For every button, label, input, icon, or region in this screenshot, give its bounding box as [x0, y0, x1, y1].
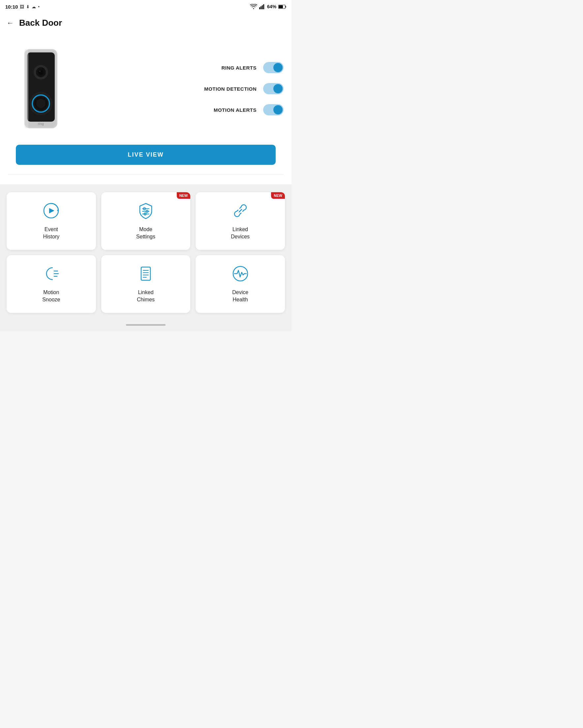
svg-rect-1: [260, 6, 261, 9]
svg-rect-3: [263, 4, 264, 9]
svg-point-14: [39, 71, 41, 72]
linked-chimes-icon: [137, 265, 154, 284]
dot-icon: •: [38, 4, 40, 9]
status-bar: 10:10 🖼 ⬇ ☁ • 64%: [0, 0, 292, 13]
motion-snooze-icon: [43, 265, 60, 284]
linked-chimes-card[interactable]: LinkedChimes: [101, 255, 191, 313]
toggle-section: RING ALERTS MOTION DETECTION MOTION ALER…: [74, 62, 284, 115]
event-history-label: EventHistory: [43, 226, 59, 241]
linked-devices-icon: [232, 202, 249, 220]
page-title: Back Door: [19, 18, 62, 28]
device-image: ring: [8, 43, 74, 135]
battery-percent: 64%: [267, 4, 276, 9]
feature-grid: EventHistory NEW ModeSettings: [7, 192, 285, 313]
svg-point-13: [38, 70, 44, 75]
ring-alerts-toggle[interactable]: [263, 62, 284, 73]
motion-detection-label: MOTION DETECTION: [204, 86, 257, 92]
back-button[interactable]: ←: [7, 19, 14, 27]
mode-settings-label: ModeSettings: [136, 226, 155, 241]
svg-rect-0: [259, 7, 260, 9]
mode-settings-new-badge: NEW: [177, 192, 191, 199]
device-health-card[interactable]: DeviceHealth: [196, 255, 285, 313]
mode-settings-card[interactable]: NEW ModeSettings: [101, 192, 191, 250]
linked-devices-label: LinkedDevices: [231, 226, 250, 241]
svg-text:ring: ring: [38, 122, 44, 126]
doorbell-illustration: ring: [15, 43, 67, 135]
motion-alerts-label: MOTION ALERTS: [214, 107, 257, 113]
event-history-icon: [43, 202, 60, 220]
wifi-icon: [250, 4, 257, 9]
motion-detection-row: MOTION DETECTION: [94, 83, 284, 94]
home-indicator: [126, 324, 166, 326]
motion-alerts-toggle[interactable]: [263, 104, 284, 115]
download-icon: ⬇: [26, 4, 30, 9]
svg-rect-7: [279, 5, 283, 8]
motion-detection-thumb: [273, 84, 283, 93]
motion-alerts-row: MOTION ALERTS: [94, 104, 284, 115]
linked-chimes-label: LinkedChimes: [137, 289, 155, 304]
svg-rect-4: [264, 4, 265, 9]
cloud-icon: ☁: [32, 4, 36, 9]
signal-icon: [259, 4, 265, 9]
mode-settings-icon: [137, 202, 154, 220]
status-right: 64%: [250, 4, 286, 9]
ring-alerts-row: RING ALERTS: [94, 62, 284, 73]
motion-alerts-thumb: [273, 105, 283, 114]
photo-icon: 🖼: [20, 4, 24, 9]
svg-point-19: [36, 99, 46, 108]
svg-rect-6: [285, 6, 286, 7]
ring-alerts-label: RING ALERTS: [221, 65, 257, 71]
motion-snooze-card[interactable]: MotionSnooze: [7, 255, 96, 313]
linked-devices-card[interactable]: NEW LinkedDevices: [196, 192, 285, 250]
svg-rect-21: [24, 49, 28, 128]
svg-rect-32: [141, 267, 150, 280]
linked-devices-new-badge: NEW: [271, 192, 285, 199]
device-health-icon: [232, 265, 249, 284]
ring-alerts-thumb: [273, 63, 283, 72]
main-content: ring RING ALERTS MOTION DETECTION: [0, 33, 292, 184]
divider: [8, 174, 284, 175]
motion-snooze-label: MotionSnooze: [42, 289, 60, 304]
bottom-bar: [0, 321, 292, 331]
battery-icon: [278, 5, 286, 9]
device-health-label: DeviceHealth: [232, 289, 248, 304]
live-view-button[interactable]: LIVE VIEW: [16, 145, 276, 165]
device-section: ring RING ALERTS MOTION DETECTION: [8, 39, 284, 145]
event-history-card[interactable]: EventHistory: [7, 192, 96, 250]
motion-detection-toggle[interactable]: [263, 83, 284, 94]
status-left: 10:10 🖼 ⬇ ☁ •: [5, 4, 40, 9]
svg-rect-2: [262, 5, 263, 9]
grid-section: EventHistory NEW ModeSettings: [0, 184, 292, 321]
header: ← Back Door: [0, 13, 292, 33]
status-time: 10:10: [5, 4, 18, 9]
